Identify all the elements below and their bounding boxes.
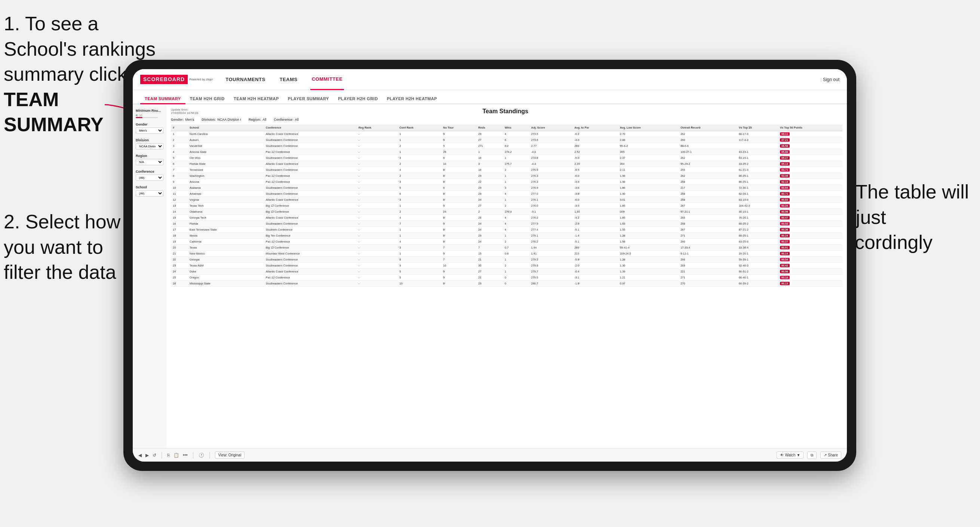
- tab-team-h2h-grid[interactable]: TEAM H2H GRID: [185, 97, 229, 104]
- toolbar-paste-icon[interactable]: 📋: [173, 452, 179, 458]
- table-cell: Alabama: [188, 185, 264, 191]
- table-cell: 92-40-3: [737, 263, 778, 269]
- toolbar-separator-2: [193, 452, 193, 459]
- table-cell-score: 80.83: [778, 197, 842, 203]
- tab-team-summary[interactable]: TEAM SUMMARY: [140, 97, 185, 104]
- score-badge: 80.71: [780, 192, 790, 195]
- table-cell: 15: [171, 215, 188, 221]
- col-no-tour: No Tour: [441, 124, 476, 131]
- table-cell: 76-26-1: [737, 215, 778, 221]
- table-cell: 217: [679, 185, 737, 191]
- table-cell: 3: [398, 155, 441, 161]
- table-cell: -4.0: [573, 137, 618, 143]
- table-cell: 274.2: [503, 149, 530, 155]
- table-cell: 21: [476, 257, 503, 263]
- table-cell-score: 83.71: [778, 167, 842, 173]
- table-cell: 1.86: [618, 185, 679, 191]
- score-badge: 80.91: [780, 246, 790, 249]
- table-cell: 29-20-1: [737, 251, 778, 257]
- sign-out-link[interactable]: | Sign out: [820, 77, 839, 82]
- toolbar-forward-icon[interactable]: ▶: [145, 452, 149, 458]
- table-cell: 279.7: [530, 269, 573, 275]
- table-cell: North Carolina: [188, 131, 264, 137]
- table-cell: 4: [398, 215, 441, 221]
- toolbar-reload-icon[interactable]: ↺: [153, 452, 156, 458]
- table-cell: 265: [618, 149, 679, 155]
- table-cell: -: [357, 149, 398, 155]
- table-cell: 27: [476, 203, 503, 209]
- table-cell: 14: [171, 209, 188, 215]
- table-cell-score: 80.42: [778, 263, 842, 269]
- rounds-slider-fill: [136, 117, 142, 118]
- score-badge: 80.36: [780, 228, 790, 231]
- table-cell: 258: [679, 221, 737, 227]
- table-cell: Mississippi State: [188, 281, 264, 287]
- table-row: 21New MexicoMountain West Conference-191…: [171, 251, 842, 257]
- toolbar-back-icon[interactable]: ◀: [138, 452, 142, 458]
- tab-player-summary[interactable]: PLAYER SUMMARY: [283, 97, 334, 104]
- table-cell: Southeastern Conference: [264, 257, 357, 263]
- table-cell: California: [188, 239, 264, 245]
- table-cell: -2.9: [573, 221, 618, 227]
- share-button-copy[interactable]: ⧉: [807, 451, 817, 459]
- table-cell: 268: [679, 197, 737, 203]
- table-cell: 268: [679, 179, 737, 185]
- toolbar-more-icon[interactable]: •••: [183, 452, 188, 458]
- table-cell: -4.0: [530, 149, 573, 155]
- tab-player-h2h-grid[interactable]: PLAYER H2H GRID: [334, 97, 382, 104]
- table-cell: 275.7: [503, 161, 530, 167]
- toolbar-copy-icon[interactable]: ⎘: [167, 452, 170, 458]
- table-cell: 5: [171, 155, 188, 161]
- table-cell-score: 80.36: [778, 227, 842, 233]
- table-cell: 262: [679, 155, 737, 161]
- table-cell: 1.55: [618, 227, 679, 233]
- table-cell: 2: [503, 263, 530, 269]
- table-cell: 8: [441, 179, 476, 185]
- table-cell: 2.77: [530, 143, 573, 149]
- table-cell: 271: [679, 275, 737, 281]
- table-row: 4Arizona StatePac-12 Conference-1261274.…: [171, 149, 842, 155]
- table-cell: 4: [398, 239, 441, 245]
- table-cell: 23: [476, 131, 503, 137]
- school-select[interactable]: (All): [136, 190, 163, 197]
- nav-tournaments[interactable]: TOURNAMENTS: [224, 69, 267, 90]
- nav-teams[interactable]: TEAMS: [278, 69, 299, 90]
- conference-select[interactable]: (All): [136, 175, 163, 181]
- table-cell: 279.1: [530, 233, 573, 239]
- view-original-button[interactable]: View: Original: [215, 451, 245, 459]
- tab-team-h2h-heatmap[interactable]: TEAM H2H HEATMAP: [229, 97, 283, 104]
- table-cell: Oklahoma: [188, 209, 264, 215]
- table-cell: -5.0: [573, 155, 618, 161]
- table-cell: -: [357, 179, 398, 185]
- watch-button[interactable]: 👁 Watch ▼: [776, 451, 803, 459]
- share-button[interactable]: ↗ Share: [820, 451, 841, 459]
- table-cell: 2.70: [618, 131, 679, 137]
- table-cell: 2.37: [618, 155, 679, 161]
- table-cell: Big 12 Conference: [264, 245, 357, 251]
- region-select[interactable]: N/A: [136, 159, 163, 165]
- table-cell: 6: [441, 155, 476, 161]
- table-row: 6Florida StateAtlantic Coast Conference-…: [171, 161, 842, 167]
- table-cell: 0: [503, 275, 530, 281]
- score-badge: 87.21: [780, 138, 790, 142]
- rounds-slider-track[interactable]: [136, 117, 158, 118]
- table-cell: 3: [503, 185, 530, 191]
- score-badge: 83.49: [780, 174, 790, 178]
- table-cell: -0.4: [573, 269, 618, 275]
- table-cell: 2.20: [573, 161, 618, 167]
- nav-committee[interactable]: COMMITTEE: [310, 69, 344, 90]
- table-cell: 9: [441, 137, 476, 143]
- table-cell: Southern Conference: [264, 227, 357, 233]
- division-select[interactable]: NCAA Division I: [136, 143, 163, 149]
- table-cell: 2: [171, 137, 188, 143]
- table-cell: Georgia Tech: [188, 215, 264, 221]
- gender-select[interactable]: Men's: [136, 127, 163, 134]
- table-cell: 24: [171, 269, 188, 275]
- table-cell: Big 12 Conference: [264, 203, 357, 209]
- toolbar-clock-icon[interactable]: 🕐: [199, 452, 204, 458]
- tab-player-h2h-heatmap[interactable]: PLAYER H2H HEATMAP: [382, 97, 442, 104]
- table-cell: Atlantic Coast Conference: [264, 197, 357, 203]
- col-reg-rank: Reg Rank: [357, 124, 398, 131]
- table-row: 15Georgia TechAtlantic Coast Conference-…: [171, 215, 842, 221]
- score-badge: 89.11: [780, 132, 790, 136]
